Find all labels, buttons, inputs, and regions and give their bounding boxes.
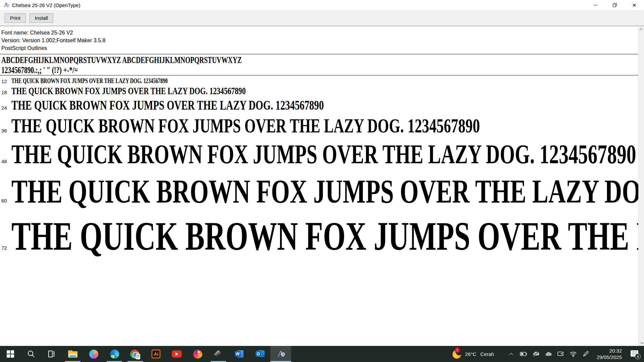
youtube-icon — [172, 350, 182, 358]
pangram-sample: THE QUICK BROWN FOX JUMPS OVER THE LAZY … — [11, 77, 168, 85]
copilot-icon — [89, 350, 98, 359]
window-controls: ✕ — [586, 0, 644, 10]
taskbar-item-youtube[interactable] — [166, 346, 187, 362]
toolbar: Print Install — [0, 10, 644, 26]
pangram-sample: THE QUICK BROWN FOX JUMPS OVER THE LAZY … — [11, 114, 480, 138]
restore-button[interactable] — [605, 0, 625, 10]
print-button[interactable]: Print — [5, 13, 26, 23]
sample-row-36: 36 THE QUICK BROWN FOX JUMPS OVER THE LA… — [0, 114, 638, 138]
chevron-up-icon — [509, 353, 513, 357]
taskbar-item-word[interactable]: W — [229, 346, 250, 362]
scroll-up-button[interactable] — [639, 26, 644, 32]
chrome-icon — [130, 350, 140, 359]
font-viewer-icon: A — [276, 349, 285, 359]
inkscape-icon — [214, 350, 223, 358]
taskbar-item-file-explorer[interactable] — [62, 346, 83, 362]
size-label: 18 — [0, 89, 11, 95]
taskbar-item-edge[interactable] — [104, 346, 125, 362]
vertical-scrollbar[interactable] — [638, 26, 644, 346]
titlebar: A Chelsea 25-26 V2 (OpenType) ✕ — [0, 0, 644, 10]
pangram-sample: THE QUICK BROWN FOX JUMPS OVER THE LAZY … — [11, 85, 246, 97]
scroll-down-button[interactable] — [639, 340, 644, 346]
firefox-icon — [193, 350, 202, 359]
sample-row-18: 18 THE QUICK BROWN FOX JUMPS OVER THE LA… — [0, 85, 638, 97]
cloud-icon[interactable] — [545, 350, 552, 358]
windows-logo-icon — [7, 350, 14, 358]
taskbar-apps: Ai W O A — [0, 346, 291, 362]
size-label: 12 — [0, 78, 11, 84]
cast-icon[interactable] — [557, 350, 565, 358]
minimize-icon — [594, 5, 597, 5]
font-viewer-window: A Chelsea 25-26 V2 (OpenType) ✕ Print In… — [0, 0, 644, 346]
clock-date: 29/05/2025 — [597, 354, 622, 360]
window-title: Chelsea 25-26 V2 (OpenType) — [12, 2, 80, 8]
font-name-line: Font name: Chelsea 25-26 V2 — [1, 29, 638, 37]
taskbar-item-font-viewer[interactable]: A — [270, 346, 291, 362]
sample-row-48: 48 THE QUICK BROWN FOX JUMPS OVER THE LA… — [0, 138, 638, 171]
font-viewer-app-icon: A — [3, 1, 9, 9]
weather-temp: 26°C — [465, 351, 477, 357]
restore-icon — [613, 3, 617, 7]
action-center-button[interactable]: 4 — [630, 349, 640, 359]
charset-letters: ABCDEFGHIJKLMNOPQRSTUVWXYZ ABCDEFGHIJKLM… — [1, 55, 242, 65]
size-label: 48 — [0, 159, 11, 164]
pangram-sample: THE QUICK BROWN FOX JUMPS OVER THE LAZY … — [11, 171, 638, 212]
font-info: Font name: Chelsea 25-26 V2 Version: Ver… — [0, 26, 638, 52]
edge-icon — [110, 350, 119, 359]
search-icon — [27, 350, 36, 358]
illustrator-icon: Ai — [152, 350, 160, 358]
taskbar: Ai W O A 1 26°C — [0, 346, 644, 362]
outlook-icon: O — [256, 350, 265, 358]
onedrive-off-icon[interactable] — [532, 350, 540, 358]
taskbar-item-illustrator[interactable]: Ai — [146, 346, 166, 362]
taskbar-item-copilot[interactable] — [83, 346, 104, 362]
pangram-sample: THE QUICK BROWN FOX JUMPS OVER THE LAZY … — [11, 212, 638, 261]
word-icon: W — [235, 350, 244, 358]
sample-row-24: 24 THE QUICK BROWN FOX JUMPS OVER THE LA… — [0, 97, 638, 114]
notification-badge: 4 — [635, 354, 641, 359]
pen-icon[interactable] — [582, 350, 589, 358]
taskbar-item-search[interactable] — [21, 346, 42, 362]
chevron-down-icon — [640, 341, 643, 344]
minimize-button[interactable] — [586, 0, 605, 10]
close-button[interactable]: ✕ — [625, 0, 644, 10]
chevron-up-icon — [639, 28, 643, 32]
weather-moon-icon: 1 — [452, 349, 462, 359]
show-hidden-icons-button[interactable] — [507, 350, 515, 358]
weather-condition: Cerah — [480, 351, 494, 357]
sample-row-12: 12 THE QUICK BROWN FOX JUMPS OVER THE LA… — [0, 77, 638, 85]
size-label: 24 — [0, 105, 11, 111]
font-preview-area: Font name: Chelsea 25-26 V2 Version: Ver… — [0, 26, 638, 346]
battery-icon[interactable] — [520, 350, 527, 358]
close-icon: ✕ — [632, 3, 637, 8]
tray-icons — [507, 350, 589, 358]
size-label: 72 — [0, 245, 11, 251]
weather-widget[interactable]: 1 26°C Cerah — [452, 349, 494, 359]
taskbar-item-outlook[interactable]: O — [250, 346, 270, 362]
weather-badge: 1 — [455, 348, 460, 353]
character-set: ABCDEFGHIJKLMNOPQRSTUVWXYZ ABCDEFGHIJKLM… — [0, 54, 638, 75]
sample-row-72: 72 THE QUICK BROWN FOX JUMPS OVER THE LA… — [0, 212, 638, 261]
clock[interactable]: 20:32 29/05/2025 — [597, 348, 622, 360]
size-label: 36 — [0, 128, 11, 133]
taskbar-item-inkscape[interactable] — [208, 346, 229, 362]
size-samples: 12 THE QUICK BROWN FOX JUMPS OVER THE LA… — [0, 75, 638, 261]
pangram-sample: THE QUICK BROWN FOX JUMPS OVER THE LAZY … — [11, 138, 636, 171]
file-explorer-icon — [68, 350, 77, 358]
sample-row-60: 60 THE QUICK BROWN FOX JUMPS OVER THE LA… — [0, 171, 638, 212]
taskbar-item-chrome[interactable] — [125, 346, 146, 362]
clock-time: 20:32 — [597, 348, 622, 354]
size-label: 60 — [0, 198, 11, 203]
wifi-icon[interactable] — [570, 350, 577, 358]
taskbar-item-firefox[interactable] — [187, 346, 208, 362]
font-version-line: Version: Version 1.002;Fontself Maker 3.… — [1, 37, 638, 44]
system-tray: 1 26°C Cerah — [452, 346, 644, 362]
pangram-sample: THE QUICK BROWN FOX JUMPS OVER THE LAZY … — [11, 97, 324, 114]
task-view-icon — [48, 350, 56, 358]
start-button[interactable] — [0, 346, 21, 362]
font-outline-line: PostScript Outlines — [1, 44, 638, 52]
install-button[interactable]: Install — [30, 13, 53, 23]
charset-numerals: 1234567890.:,; ' " (!?) +-*/= — [1, 65, 78, 75]
taskbar-item-task-view[interactable] — [42, 346, 62, 362]
